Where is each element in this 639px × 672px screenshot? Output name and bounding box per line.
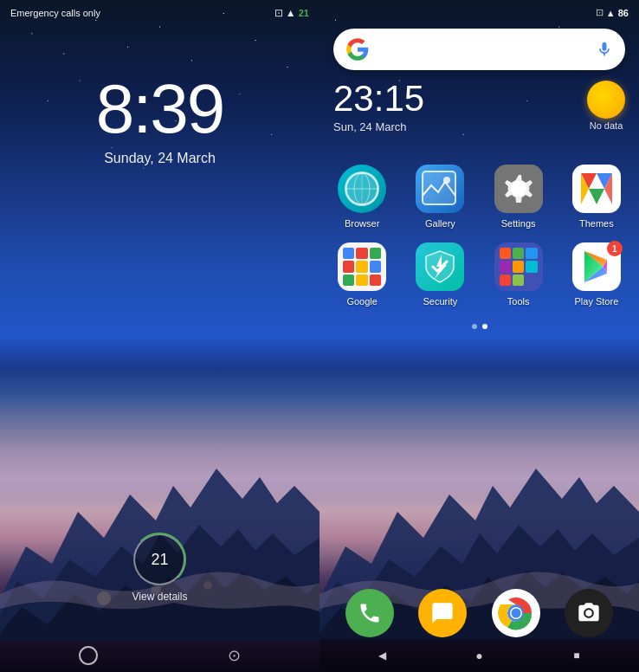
svg-point-8 [443, 177, 450, 184]
app-settings[interactable]: Settings [483, 165, 554, 229]
home-time: 23:15 [333, 81, 424, 117]
app-browser[interactable]: Browser [326, 165, 397, 229]
battery-warn-icon: ⊡ [596, 7, 604, 18]
security-icon [416, 242, 464, 291]
tools-dot-3 [526, 248, 537, 259]
lock-status-icons: ⊡ ▲ 21 [274, 7, 309, 19]
home-time-weather: 23:15 Sun, 24 March No data [320, 70, 639, 133]
tools-label: Tools [507, 296, 530, 307]
google-mini-5 [356, 261, 367, 272]
nav-recent[interactable]: ■ [564, 646, 590, 665]
playstore-label: Play Store [575, 296, 619, 307]
app-grid-row1: Browser Gallery Settings [320, 151, 639, 229]
home-status-bar: ⊡ ▲ 86 [320, 0, 639, 22]
app-grid-row2: Google Security [320, 229, 639, 307]
lock-camera-icon[interactable]: ⊙ [228, 646, 241, 665]
home-nav-bar: ◀ ● ■ [320, 639, 639, 672]
dock-chrome[interactable] [492, 589, 540, 637]
dock-messenger[interactable] [418, 589, 467, 637]
nav-back[interactable]: ◀ [369, 646, 395, 665]
themes-icon-svg [572, 165, 621, 213]
svg-point-23 [585, 610, 591, 616]
tools-dot-9 [526, 275, 537, 286]
app-tools[interactable]: Tools [483, 242, 554, 307]
weather-label: No data [590, 120, 623, 131]
page-dot-1[interactable] [472, 324, 477, 329]
ring-indicator: 21 View details [132, 533, 188, 603]
google-mini-4 [343, 261, 354, 272]
app-themes[interactable]: Themes [561, 165, 632, 229]
app-gallery[interactable]: Gallery [404, 165, 475, 229]
google-mini-1 [343, 248, 354, 259]
tools-dot-2 [513, 248, 524, 259]
ring-number: 21 [151, 551, 168, 569]
search-bar[interactable] [333, 29, 625, 70]
svg-point-2 [203, 581, 212, 590]
security-label: Security [423, 296, 458, 307]
tools-dot-1 [500, 248, 511, 259]
view-details-label: View details [132, 591, 188, 603]
lock-date: Sunday, 24 March [0, 151, 320, 166]
google-mini-3 [370, 248, 381, 259]
svg-point-22 [511, 609, 520, 618]
mic-icon[interactable] [596, 41, 613, 58]
svg-point-0 [97, 591, 111, 605]
google-mini-2 [356, 248, 367, 259]
lock-nav-bar: ⊙ [0, 639, 320, 672]
home-date: Sun, 24 March [333, 120, 424, 133]
playstore-badge: 1 [607, 241, 623, 256]
gallery-icon-svg [416, 165, 464, 213]
ring-circle: 21 [133, 533, 185, 585]
google-mini-8 [356, 275, 367, 286]
dock-phone[interactable] [345, 589, 394, 637]
browser-icon [338, 165, 386, 213]
app-google[interactable]: Google [326, 242, 397, 307]
weather-widget[interactable]: No data [587, 81, 625, 131]
dock-camera[interactable] [565, 589, 613, 637]
home-screen: ⊡ ▲ 86 23:15 Sun, 24 March No data [320, 0, 639, 672]
settings-icon-svg [494, 165, 543, 213]
app-dock [320, 589, 639, 637]
messenger-icon [430, 601, 455, 625]
google-logo [345, 37, 370, 61]
lock-status-bar: Emergency calls only ⊡ ▲ 21 [0, 0, 320, 23]
nav-home[interactable]: ● [466, 646, 492, 665]
tools-dot-7 [500, 275, 511, 286]
camera-icon [577, 601, 601, 625]
settings-label: Settings [501, 218, 536, 229]
wifi-icon: ▲ [286, 7, 296, 19]
google-label: Google [346, 296, 377, 307]
svg-marker-13 [589, 189, 604, 204]
browser-label: Browser [345, 218, 379, 229]
app-security[interactable]: Security [404, 242, 475, 307]
chrome-icon [492, 589, 540, 637]
home-battery-text: 86 [618, 8, 629, 18]
tools-dot-5 [513, 261, 524, 272]
themes-label: Themes [579, 218, 614, 229]
lock-time: 8:39 [0, 74, 320, 144]
tools-dot-4 [500, 261, 511, 272]
home-status-icons: ⊡ ▲ 86 [596, 7, 629, 18]
home-time-left: 23:15 Sun, 24 March [333, 81, 424, 133]
gallery-label: Gallery [425, 218, 455, 229]
lock-time-display: 8:39 Sunday, 24 March [0, 74, 320, 166]
tools-dot-6 [526, 261, 537, 272]
gallery-icon [416, 165, 464, 213]
security-icon-svg [416, 242, 464, 291]
settings-icon [494, 165, 543, 213]
tools-dot-8 [513, 275, 524, 286]
lock-screen: Emergency calls only ⊡ ▲ 21 8:39 Sunday,… [0, 0, 320, 672]
emergency-calls-text: Emergency calls only [10, 8, 100, 18]
google-app-icon [338, 242, 386, 291]
google-mini-7 [343, 275, 354, 286]
page-dot-2[interactable] [482, 324, 487, 329]
google-mini-9 [370, 275, 381, 286]
google-mini-6 [370, 261, 381, 272]
app-playstore[interactable]: 1 Play Store [561, 242, 632, 307]
battery-text: 21 [299, 8, 309, 18]
phone-icon [358, 601, 382, 625]
home-wifi-icon: ▲ [606, 8, 616, 18]
lock-circle-icon[interactable] [79, 646, 98, 665]
weather-icon [587, 81, 625, 119]
browser-icon-svg [338, 165, 386, 213]
